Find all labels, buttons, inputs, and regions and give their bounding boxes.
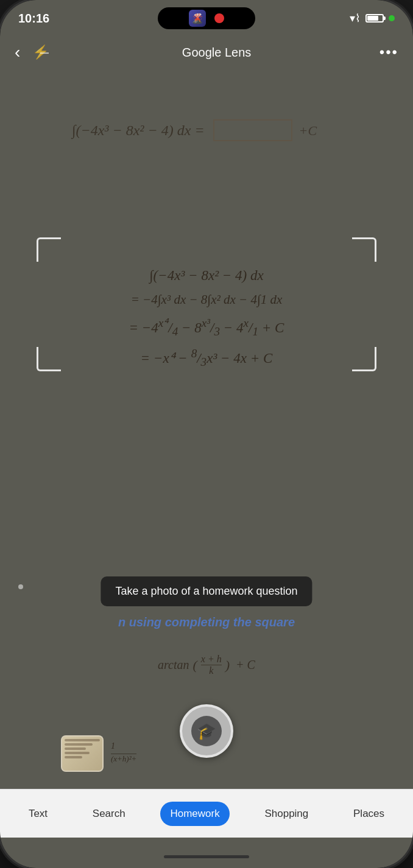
- wifi-icon: ▾⌇: [350, 12, 361, 25]
- back-button[interactable]: ‹: [15, 43, 20, 62]
- math-line-3: = −4x⁴/4 − 8x³/3 − 4x/1 + C: [129, 316, 284, 338]
- more-options-button[interactable]: •••: [379, 44, 398, 61]
- tab-homework[interactable]: Homework: [160, 802, 229, 826]
- phone-frame: ∫(−4x³ − 8x² − 4) dx = +C ∫(−4x³ − 8x² −…: [0, 0, 413, 868]
- status-icons: ▾⌇: [255, 12, 395, 25]
- formula-top-text: ∫(−4x³ − 8x² − 4) dx =: [72, 122, 205, 138]
- battery-fill: [367, 16, 378, 21]
- tab-homework-label: Homework: [170, 808, 219, 820]
- tab-shopping[interactable]: Shopping: [255, 802, 318, 826]
- tab-search-label: Search: [93, 808, 125, 820]
- answer-box: [213, 119, 292, 141]
- camera-controls: 🎓: [0, 673, 413, 789]
- plus-c-top: +C: [299, 123, 317, 138]
- record-indicator: [214, 13, 224, 23]
- tab-places[interactable]: Places: [344, 802, 394, 826]
- flash-off-icon[interactable]: ⚡̶: [32, 44, 49, 60]
- formula-top: ∫(−4x³ − 8x² − 4) dx = +C: [60, 116, 353, 147]
- tab-search[interactable]: Search: [83, 802, 135, 826]
- tab-places-label: Places: [353, 808, 384, 820]
- status-time: 10:16: [18, 12, 158, 26]
- tab-text[interactable]: Text: [19, 802, 57, 826]
- notch-app-icon: 🌋: [189, 10, 206, 27]
- green-status-dot: [389, 15, 395, 21]
- completing-square-text: n using completing the square: [0, 615, 413, 629]
- home-indicator: [164, 855, 249, 858]
- math-line-2: = −4∫x³ dx − 8∫x² dx − 4∫1 dx: [131, 292, 283, 307]
- tab-bar: Text Search Homework Shopping Places: [0, 789, 413, 838]
- camera-viewfinder: ∫(−4x³ − 8x² − 4) dx = +C ∫(−4x³ − 8x² −…: [0, 0, 413, 868]
- tooltip-text: Take a photo of a homework question: [115, 585, 297, 597]
- math-solutions: ∫(−4x³ − 8x² − 4) dx = −4∫x³ dx − 8∫x² d…: [0, 268, 413, 369]
- shutter-inner: 🎓: [191, 716, 222, 746]
- math-line-4: = −x⁴ − 8/3x³ − 4x + C: [141, 347, 273, 369]
- shutter-button[interactable]: 🎓: [180, 704, 233, 758]
- math-line-1: ∫(−4x³ − 8x² − 4) dx: [149, 268, 263, 284]
- app-title: Google Lens: [54, 46, 379, 60]
- nav-bar: ‹ ⚡̶ Google Lens •••: [0, 35, 413, 69]
- battery-icon: [365, 14, 384, 23]
- status-bar: 10:16 🌋 ▾⌇: [0, 0, 413, 37]
- graduation-cap-icon: 🎓: [197, 722, 216, 741]
- tab-shopping-label: Shopping: [264, 808, 308, 820]
- tab-text-label: Text: [29, 808, 48, 820]
- notch: 🌋: [158, 7, 255, 29]
- homework-tooltip: Take a photo of a homework question: [101, 576, 312, 606]
- left-indicator-dot: [18, 584, 23, 589]
